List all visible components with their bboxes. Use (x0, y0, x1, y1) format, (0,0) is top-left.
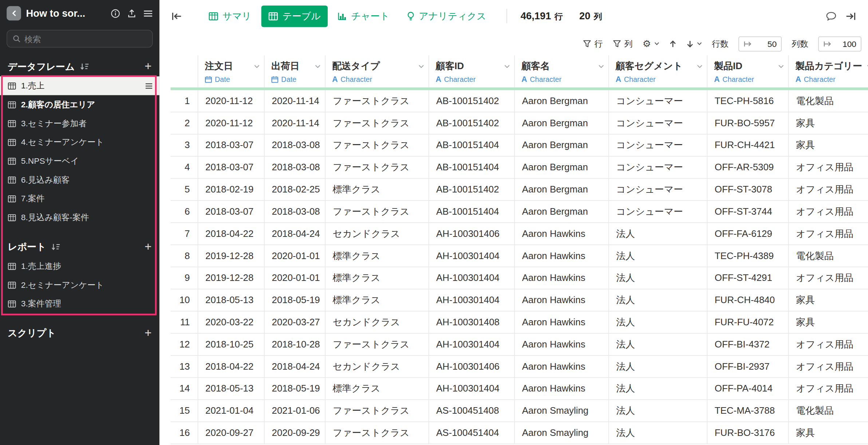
sidebar-item-label: 3.案件管理 (21, 298, 61, 309)
column-header-customer-segment[interactable]: 顧客セグメントACharacter (609, 55, 707, 87)
sidebar-item[interactable]: 6.見込み顧客 (0, 170, 159, 189)
tab-analytics[interactable]: アナリティクス (399, 5, 493, 27)
publish-icon[interactable] (127, 9, 136, 18)
column-type: Date (205, 75, 260, 84)
column-type-label: Date (281, 75, 296, 84)
column-type-label: Date (215, 75, 230, 84)
chevron-down-icon[interactable] (254, 64, 260, 68)
column-count-unit: 列 (594, 11, 602, 22)
sidebar-item[interactable]: 4.セミナーアンケート (0, 133, 159, 152)
table-cell: Aaron Bergman (515, 90, 609, 112)
menu-icon[interactable] (143, 10, 153, 17)
table-row[interactable]: 32018-03-072018-03-08ファーストクラスAB-10015140… (170, 134, 868, 156)
tab-table[interactable]: テーブル (261, 5, 328, 27)
table-row[interactable]: 22020-11-122020-11-14ファーストクラスAB-10015140… (170, 112, 868, 135)
table-row[interactable]: 122018-10-252018-10-28ファーストクラスAH-1003014… (170, 334, 868, 356)
table-row[interactable]: 42018-03-072018-03-08ファーストクラスAB-10015140… (170, 156, 868, 179)
search-box[interactable] (7, 30, 153, 48)
chevron-down-icon[interactable] (418, 64, 424, 68)
filter-rows-button[interactable]: 行 (583, 39, 603, 49)
sidebar-item[interactable]: 7.案件 (0, 189, 159, 208)
sidebar-item[interactable]: 2.顧客の居住エリア (0, 95, 159, 114)
table-cell: 法人 (609, 334, 707, 355)
table-row[interactable]: 102018-05-132018-05-19標準クラスAH-100301404A… (170, 289, 868, 311)
section-title: レポート (8, 241, 46, 253)
add-button[interactable]: + (145, 327, 152, 339)
table-cell: 2020-11-12 (198, 112, 264, 134)
column-header-ship-mode[interactable]: 配送タイプACharacter (326, 55, 429, 87)
column-header-product-id[interactable]: 製品IDACharacter (707, 55, 789, 87)
expand-panel-button[interactable] (844, 10, 858, 23)
column-header-ship-date[interactable]: 出荷日Date (265, 55, 326, 87)
table-cell: ファーストクラス (326, 156, 429, 178)
table-cell: 2018-03-08 (265, 156, 326, 178)
table-row[interactable]: 62018-03-072018-03-08ファーストクラスAB-10015140… (170, 201, 868, 223)
tab-chart[interactable]: チャート (331, 5, 396, 27)
collapse-sidebar-button[interactable] (169, 10, 184, 23)
search-input[interactable] (24, 34, 147, 44)
rows-shown-label: 行数 (712, 39, 729, 49)
row-number: 1 (170, 90, 198, 112)
section-title: データフレーム (8, 60, 75, 73)
add-button[interactable]: + (145, 60, 152, 72)
column-header-order-date[interactable]: 注文日Date (198, 55, 264, 87)
column-header-customer-name[interactable]: 顧客名ACharacter (515, 55, 609, 87)
sort-ascending-button[interactable] (669, 40, 676, 48)
sidebar: How to sor... データフレーム+1.売上2.顧客の居住エリア3.セミ… (0, 0, 159, 445)
column-name: 製品カテゴリー (796, 60, 862, 72)
back-button[interactable] (7, 6, 21, 21)
table-cell: OFF-AR-5309 (707, 156, 789, 178)
calendar-icon (205, 76, 212, 83)
sidebar-item[interactable]: 1.売上進捗 (0, 257, 159, 275)
table-row[interactable]: 72018-04-222018-04-24セカンドクラスAH-100301406… (170, 223, 868, 245)
chevron-down-icon[interactable] (778, 64, 784, 68)
chevron-down-icon[interactable] (697, 64, 702, 68)
sort-descending-button[interactable] (686, 40, 702, 48)
table-cell: AH-100301404 (429, 334, 515, 355)
settings-button[interactable]: ⚙ (643, 39, 659, 48)
table-row[interactable]: 92019-12-282020-01-01標準クラスAH-100301404Aa… (170, 267, 868, 289)
add-button[interactable]: + (145, 241, 152, 253)
column-type: ACharacter (332, 75, 424, 83)
table-row[interactable]: 132018-04-222018-04-24セカンドクラスAH-10030140… (170, 356, 868, 378)
table-cell: 電化製品 (789, 400, 868, 421)
sidebar-item[interactable]: 2.セミナーアンケート (0, 275, 159, 294)
sidebar-item[interactable]: 8.見込み顧客-案件 (0, 208, 159, 227)
sidebar-item[interactable]: 3.案件管理 (0, 294, 159, 313)
column-type-label: Character (722, 75, 754, 83)
sidebar-item[interactable]: 5.NPSサーベイ (0, 152, 159, 171)
app: How to sor... データフレーム+1.売上2.顧客の居住エリア3.セミ… (0, 0, 868, 445)
table-cell: 2018-03-08 (265, 201, 326, 222)
chevron-down-icon[interactable] (315, 64, 320, 68)
rows-shown-input[interactable]: 50 (738, 36, 782, 51)
tab-summary[interactable]: サマリ (201, 5, 259, 27)
columns-shown-input[interactable]: 100 (818, 36, 861, 51)
column-header-customer-id[interactable]: 顧客IDACharacter (429, 55, 515, 87)
item-menu-icon[interactable] (145, 83, 153, 89)
table-cell: オフィス用品 (789, 378, 868, 399)
sidebar-item[interactable]: 3.セミナー参加者 (0, 114, 159, 133)
comment-icon[interactable] (824, 10, 838, 23)
table-cell: FUR-FU-4072 (707, 311, 789, 333)
project-title: How to sor... (26, 8, 85, 19)
column-header-product-category[interactable]: 製品カテゴリーACharacter (789, 55, 868, 87)
filter-columns-button[interactable]: 列 (613, 39, 633, 49)
chevron-down-icon[interactable] (504, 64, 510, 68)
table-row[interactable]: 82019-12-282020-01-01標準クラスAH-100301404Aa… (170, 245, 868, 267)
sidebar-item[interactable]: 1.売上 (0, 76, 159, 95)
table-row[interactable]: 142018-05-132018-05-19標準クラスAH-100301404A… (170, 378, 868, 400)
table-row[interactable]: 52018-02-192018-02-25標準クラスAB-100151402Aa… (170, 179, 868, 201)
table-cell: オフィス用品 (789, 201, 868, 222)
column-name-row: 注文日 (205, 60, 260, 72)
chevron-down-icon (697, 42, 702, 45)
sort-icon[interactable] (52, 243, 60, 250)
sort-icon[interactable] (80, 63, 89, 70)
info-icon[interactable] (111, 9, 120, 18)
table-row[interactable]: 112020-03-222020-03-27セカンドクラスAH-10030140… (170, 311, 868, 334)
sidebar-section-reports: レポート+1.売上進捗2.セミナーアンケート3.案件管理 (0, 237, 159, 313)
sidebar-item-label: 2.顧客の居住エリア (21, 99, 95, 110)
table-row[interactable]: 162020-09-272020-09-29ファーストクラスAS-1004514… (170, 422, 868, 444)
table-row[interactable]: 152021-01-042021-01-06ファーストクラスAS-1004514… (170, 400, 868, 422)
chevron-down-icon[interactable] (599, 64, 604, 68)
table-row[interactable]: 12020-11-122020-11-14ファーストクラスAB-10015140… (170, 90, 868, 112)
